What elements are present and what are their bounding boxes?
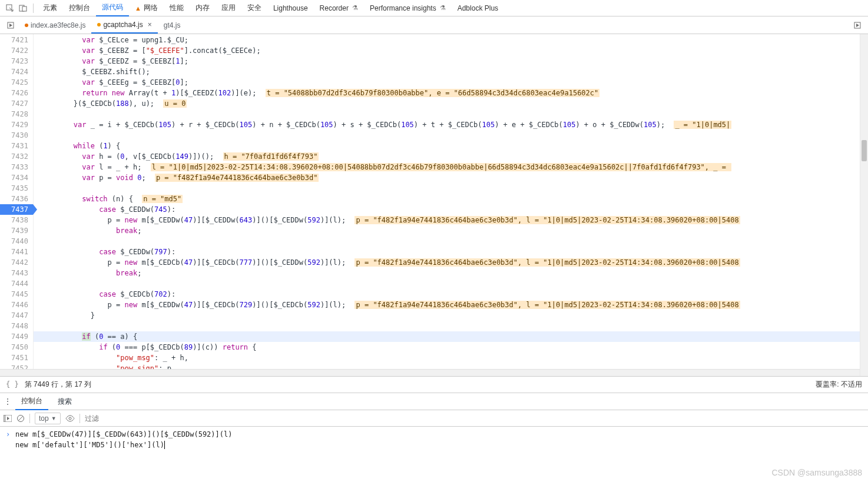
tab-security[interactable]: 安全 — [241, 0, 267, 16]
code-line[interactable] — [34, 278, 868, 289]
line-number[interactable]: 7427 — [0, 98, 33, 109]
code-line[interactable]: var $_CEEEg = $_CEEBZ[0]; — [34, 77, 868, 88]
code-line[interactable]: case $_CEDCb(702): — [34, 289, 868, 300]
horizontal-scrollbar[interactable] — [0, 369, 868, 376]
code-line[interactable]: var $_CEEDZ = $_CEEBZ[1]; — [34, 56, 868, 67]
line-number[interactable]: 7437 — [0, 204, 33, 215]
tab-perf-insights[interactable]: Performance insights⚗ — [364, 0, 452, 16]
line-number[interactable]: 7425 — [0, 77, 33, 88]
device-toggle-icon[interactable] — [16, 2, 29, 15]
line-number[interactable]: 7450 — [0, 342, 33, 353]
line-number[interactable]: 7447 — [0, 310, 33, 321]
code-line[interactable] — [34, 109, 868, 119]
execution-context-select[interactable]: top▼ — [35, 413, 61, 424]
tab-memory[interactable]: 内存 — [190, 0, 216, 16]
code-line[interactable] — [34, 130, 868, 141]
line-number[interactable]: 7435 — [0, 183, 33, 194]
code-line[interactable] — [34, 183, 868, 194]
code-line[interactable]: return new Array(t + 1)[$_CEEDZ(102)](e)… — [34, 88, 868, 98]
code-line[interactable] — [34, 236, 868, 247]
tab-sources[interactable]: 源代码 — [96, 0, 129, 16]
line-number[interactable]: 7443 — [0, 268, 33, 278]
line-number[interactable]: 7451 — [0, 353, 33, 363]
line-number[interactable]: 7429 — [0, 119, 33, 130]
code-line[interactable]: case $_CEDDw(797): — [34, 247, 868, 257]
code-line[interactable]: if (0 == a) { — [34, 331, 868, 342]
drawer-tab-console[interactable]: 控制台 — [15, 393, 48, 410]
tab-application[interactable]: 应用 — [216, 0, 241, 16]
code-content[interactable]: var $_CELce = upng1.$_CU; var $_CEEBZ = … — [34, 34, 868, 376]
console-sidebar-toggle-icon[interactable] — [4, 415, 12, 422]
line-number[interactable]: 7432 — [0, 151, 33, 162]
line-number[interactable]: 7441 — [0, 247, 33, 257]
code-line[interactable]: }($_CEDCb(188), u); u = 0 — [34, 98, 868, 109]
vertical-scrollbar[interactable] — [860, 34, 868, 376]
line-number[interactable]: 7436 — [0, 194, 33, 204]
line-number[interactable]: 7423 — [0, 56, 33, 67]
pretty-print-icon[interactable]: { } — [6, 380, 19, 388]
line-number[interactable]: 7433 — [0, 162, 33, 172]
line-number[interactable]: 7449 — [0, 331, 33, 342]
line-number[interactable]: 7444 — [0, 278, 33, 289]
drawer-tab-search[interactable]: 搜索 — [52, 393, 78, 410]
tab-network[interactable]: ▲网络 — [129, 0, 164, 16]
code-line[interactable]: break; — [34, 268, 868, 278]
code-line[interactable]: p = new m[$_CEDDw(47)][$_CEDCb(729)]()[$… — [34, 300, 868, 310]
debugger-toggle-icon[interactable] — [2, 22, 19, 29]
console-input-line[interactable]: new m['default']['MD5']()['hex'](l) — [0, 440, 868, 450]
tab-adblock[interactable]: Adblock Plus — [452, 0, 504, 16]
line-number[interactable]: 7442 — [0, 257, 33, 268]
line-number[interactable]: 7422 — [0, 45, 33, 56]
tab-recorder[interactable]: Recorder⚗ — [314, 0, 364, 16]
drawer-menu-icon[interactable]: ⋮ — [4, 397, 12, 406]
console-filter-input[interactable] — [85, 414, 203, 423]
code-line[interactable]: var h = (0, v[$_CEDCb(149)])(); h = "7f0… — [34, 151, 868, 162]
line-gutter[interactable]: 7421742274237424742574267427742874297430… — [0, 34, 34, 376]
code-line[interactable]: var _ = i + $_CEDCb(105) + r + $_CEDCb(1… — [34, 119, 868, 130]
filetab-index[interactable]: index.ae3fec8e.js — [19, 17, 91, 34]
tab-elements[interactable]: 元素 — [37, 0, 63, 16]
scrollbar-thumb[interactable] — [862, 140, 867, 161]
code-line[interactable]: "pow_msg": _ + h, — [34, 353, 868, 363]
code-line[interactable]: case $_CEDDw(745): — [34, 204, 868, 215]
code-line[interactable]: while (1) { — [34, 141, 868, 151]
close-icon[interactable]: × — [148, 21, 152, 29]
code-line[interactable]: switch (n) { n = "md5" — [34, 194, 868, 204]
line-number[interactable]: 7445 — [0, 289, 33, 300]
code-line[interactable]: if (0 === p[$_CEDCb(89)](c)) return { — [34, 342, 868, 353]
tab-console[interactable]: 控制台 — [63, 0, 96, 16]
filetab-gcaptcha4[interactable]: gcaptcha4.js× — [91, 17, 157, 34]
code-line[interactable]: p = new m[$_CEDCb(47)][$_CEDCb(777)]()[$… — [34, 257, 868, 268]
line-number[interactable]: 7424 — [0, 67, 33, 77]
inspect-icon[interactable] — [4, 2, 16, 15]
line-number[interactable]: 7440 — [0, 236, 33, 247]
line-number[interactable]: 7428 — [0, 109, 33, 119]
code-line[interactable]: var p = void 0; p = "f482f1a94e7441836c4… — [34, 172, 868, 183]
console-input-line[interactable]: ›new m[$_CEDDw(47)][$_CEDDw(643)]()[$_CE… — [0, 429, 868, 440]
code-line[interactable]: break; — [34, 225, 868, 236]
live-expression-icon[interactable] — [65, 415, 75, 422]
line-number[interactable]: 7434 — [0, 172, 33, 183]
line-number[interactable]: 7448 — [0, 321, 33, 331]
line-number[interactable]: 7431 — [0, 141, 33, 151]
code-line[interactable]: var $_CELce = upng1.$_CU; — [34, 35, 868, 45]
more-tabs-icon[interactable] — [849, 22, 866, 29]
line-number[interactable]: 7439 — [0, 225, 33, 236]
clear-console-icon[interactable] — [16, 414, 25, 423]
line-number[interactable]: 7421 — [0, 35, 33, 45]
code-line[interactable]: p = new m[$_CEDDw(47)][$_CEDDw(643)]()[$… — [34, 215, 868, 225]
code-line[interactable]: var $_CEEBZ = ["$_CEEFE"].concat($_CEECe… — [34, 45, 868, 56]
file-status-dot — [97, 23, 101, 26]
line-number[interactable]: 7430 — [0, 130, 33, 141]
line-number[interactable]: 7438 — [0, 215, 33, 225]
line-number[interactable]: 7446 — [0, 300, 33, 310]
code-line[interactable]: } — [34, 310, 868, 321]
filetab-gt4[interactable]: gt4.js — [158, 17, 187, 34]
tab-lighthouse[interactable]: Lighthouse — [267, 0, 314, 16]
code-line[interactable]: $_CEEBZ.shift(); — [34, 67, 868, 77]
code-line[interactable]: var l = _ + h; l = "1|0|md5|2023-02-25T1… — [34, 162, 868, 172]
tab-performance[interactable]: 性能 — [164, 0, 190, 16]
watermark: CSDN @samsunga3888 — [771, 468, 862, 477]
line-number[interactable]: 7426 — [0, 88, 33, 98]
code-line[interactable] — [34, 321, 868, 331]
